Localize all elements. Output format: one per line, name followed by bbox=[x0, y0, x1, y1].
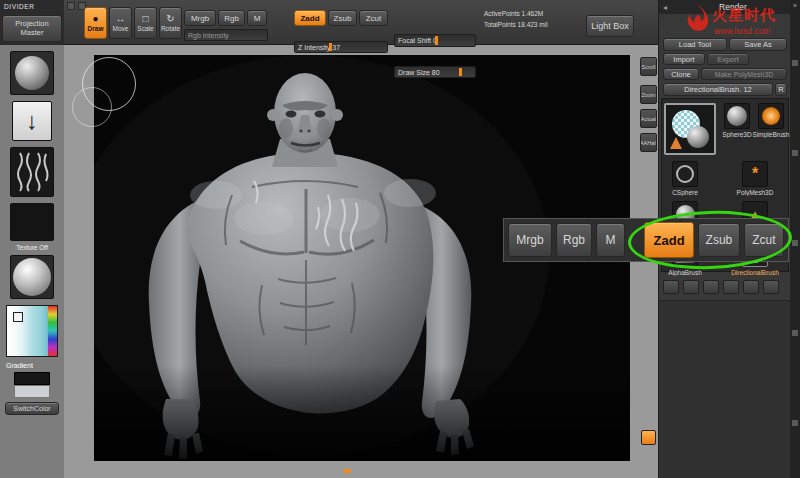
slider-marker[interactable] bbox=[329, 43, 332, 51]
canvas-bottom-marker bbox=[344, 469, 351, 473]
tray-lower-area bbox=[659, 300, 791, 478]
divider-label: DIVIDER bbox=[0, 0, 64, 10]
color-picker[interactable] bbox=[6, 305, 58, 357]
watermark: 火星时代 www.hxsd.com bbox=[686, 2, 798, 44]
shelf-aahalf-button[interactable]: AAHalf bbox=[640, 133, 657, 152]
edge-icon[interactable] bbox=[792, 60, 798, 66]
shelf-actual-button[interactable]: Actual bbox=[640, 109, 657, 128]
active-points-stat: ActivePoints 1.462M bbox=[484, 9, 543, 18]
move-button[interactable]: ↔Move bbox=[109, 7, 132, 39]
watermark-url: www.hxsd.com bbox=[714, 26, 771, 36]
tool-label: DirectionalBrush bbox=[731, 269, 779, 276]
brush-preview-icon bbox=[15, 56, 49, 90]
restore-config-button[interactable]: R bbox=[775, 83, 787, 96]
subpalette-icon[interactable] bbox=[763, 280, 779, 294]
z-intensity-slider[interactable]: Z Intensity 37 bbox=[294, 41, 388, 53]
export-button[interactable]: Export bbox=[707, 53, 749, 65]
stroke-thumbnail[interactable]: ↓ bbox=[12, 101, 52, 141]
active-tool-name-button[interactable]: DirectionalBrush. 12 bbox=[663, 83, 773, 96]
hue-strip[interactable] bbox=[48, 306, 57, 356]
edge-icon[interactable] bbox=[792, 420, 798, 426]
slider-marker[interactable] bbox=[435, 36, 438, 45]
csphere-icon bbox=[676, 165, 694, 183]
tool-thumb-csphere[interactable] bbox=[672, 161, 698, 187]
make-polymesh3d-button[interactable]: Make PolyMesh3D bbox=[701, 68, 787, 80]
chevron-left-icon[interactable]: ◂ bbox=[659, 3, 671, 12]
simplebrush-icon bbox=[762, 107, 780, 125]
inset-mrgb-button[interactable]: Mrgb bbox=[508, 223, 552, 257]
subpalette-icon[interactable] bbox=[683, 280, 699, 294]
tool-thumb-polymesh3d[interactable]: * bbox=[742, 161, 768, 187]
rgb-button[interactable]: Rgb bbox=[218, 10, 245, 26]
rotate-icon: ↻ bbox=[166, 14, 174, 24]
mrgb-button[interactable]: Mrgb bbox=[184, 10, 216, 26]
alpha-thumbnail[interactable] bbox=[10, 147, 54, 197]
draw-size-slider[interactable]: Draw Size 80 bbox=[394, 66, 476, 78]
zadd-button[interactable]: Zadd bbox=[294, 10, 326, 26]
flame-logo-icon bbox=[686, 3, 710, 31]
subpalette-icon-row bbox=[661, 278, 789, 296]
material-sphere-icon bbox=[13, 258, 51, 296]
tool-label: PolyMesh3D bbox=[731, 189, 779, 196]
rgb-intensity-slider[interactable]: Rgb Intensity bbox=[184, 29, 268, 41]
tool-thumb-simplebrush[interactable] bbox=[758, 103, 784, 129]
brush-sphere-icon bbox=[687, 126, 709, 148]
inset-rgb-button[interactable]: Rgb bbox=[556, 223, 592, 257]
scale-icon: □ bbox=[142, 14, 148, 24]
alpha-wavy-icon bbox=[14, 151, 50, 193]
m-button[interactable]: M bbox=[247, 10, 267, 26]
material-thumbnail[interactable] bbox=[10, 255, 54, 299]
stroke-arrow-icon: ↓ bbox=[26, 107, 38, 135]
tool-label: AlphaBrush bbox=[661, 269, 709, 276]
move-icon: ↔ bbox=[116, 14, 126, 24]
polymesh3d-icon: * bbox=[752, 165, 758, 183]
divider-block: DIVIDER Projection Master bbox=[0, 0, 64, 45]
clone-button[interactable]: Clone bbox=[663, 68, 699, 80]
top-toolbar: DIVIDER Projection Master ●Draw ↔Move □S… bbox=[0, 0, 658, 45]
menu-mini-icon[interactable] bbox=[67, 2, 75, 10]
switch-color-button[interactable]: SwitchColor bbox=[5, 402, 59, 415]
subpalette-icon[interactable] bbox=[743, 280, 759, 294]
draw-icon: ● bbox=[92, 14, 98, 24]
zbrush-window: ↓ Texture Off Gradient Swit bbox=[0, 0, 800, 478]
brush-tip-icon bbox=[670, 137, 682, 149]
color-cursor bbox=[13, 312, 23, 322]
tool-label: CSphere bbox=[661, 189, 709, 196]
texture-thumbnail[interactable] bbox=[10, 203, 54, 241]
inset-m-button[interactable]: M bbox=[596, 223, 625, 257]
left-shelf: ↓ Texture Off Gradient Swit bbox=[0, 45, 64, 478]
zsub-button[interactable]: Zsub bbox=[328, 10, 357, 26]
zcut-button[interactable]: Zcut bbox=[359, 10, 388, 26]
watermark-brand: 火星时代 bbox=[712, 6, 776, 25]
brush-size-circle-small bbox=[72, 87, 112, 127]
subpalette-icon[interactable] bbox=[723, 280, 739, 294]
subpalette-icon[interactable] bbox=[663, 280, 679, 294]
tool-label: SimpleBrush bbox=[747, 131, 795, 138]
light-box-button[interactable]: Light Box bbox=[586, 15, 634, 37]
import-button[interactable]: Import bbox=[663, 53, 705, 65]
draw-button[interactable]: ●Draw bbox=[84, 7, 107, 39]
edge-icon[interactable] bbox=[792, 150, 798, 156]
projection-master-button[interactable]: Projection Master bbox=[2, 15, 62, 42]
main-color-swatch[interactable] bbox=[14, 372, 50, 385]
edge-icon[interactable] bbox=[792, 330, 798, 336]
texture-label: Texture Off bbox=[10, 243, 54, 252]
secondary-color-swatch[interactable] bbox=[14, 385, 50, 398]
gradient-label: Gradient bbox=[6, 361, 58, 371]
edge-icon[interactable] bbox=[792, 240, 798, 246]
shelf-scroll-button[interactable]: Scroll bbox=[640, 57, 657, 76]
total-points-stat: TotalPoints 18.423 mil bbox=[484, 20, 548, 29]
shelf-zoom-button[interactable]: Zoom bbox=[640, 85, 657, 104]
brush-thumbnail[interactable] bbox=[10, 51, 54, 95]
tool-thumb-sphere3d[interactable] bbox=[724, 103, 750, 129]
active-tool-thumbnail[interactable] bbox=[664, 103, 716, 155]
scale-button[interactable]: □Scale bbox=[134, 7, 157, 39]
slider-marker[interactable] bbox=[459, 68, 462, 76]
focal-shift-slider[interactable]: Focal Shift 0 bbox=[394, 34, 476, 47]
rotate-button[interactable]: ↻Rotate bbox=[159, 7, 182, 39]
subpalette-icon[interactable] bbox=[703, 280, 719, 294]
sphere3d-icon bbox=[727, 106, 747, 126]
shelf-active-tool-button[interactable] bbox=[641, 430, 656, 445]
